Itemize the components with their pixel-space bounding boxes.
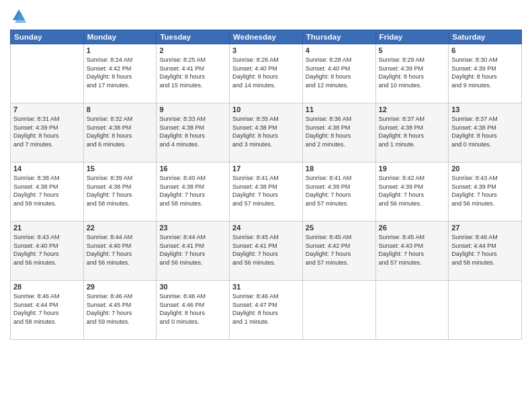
calendar-cell: 15Sunrise: 8:39 AM Sunset: 4:38 PM Dayli… [83, 163, 157, 222]
day-info: Sunrise: 8:41 AM Sunset: 4:38 PM Dayligh… [232, 174, 300, 208]
logo-icon [11, 7, 26, 26]
calendar-cell: 20Sunrise: 8:43 AM Sunset: 4:39 PM Dayli… [449, 163, 522, 222]
weekday-header-monday: Monday [83, 30, 157, 44]
day-number: 7 [13, 105, 81, 113]
day-number: 23 [159, 224, 226, 232]
calendar-cell: 22Sunrise: 8:44 AM Sunset: 4:40 PM Dayli… [83, 222, 157, 281]
day-info: Sunrise: 8:45 AM Sunset: 4:43 PM Dayligh… [379, 233, 446, 267]
calendar-cell: 18Sunrise: 8:41 AM Sunset: 4:39 PM Dayli… [302, 163, 375, 222]
calendar-cell: 25Sunrise: 8:45 AM Sunset: 4:42 PM Dayli… [302, 222, 375, 281]
day-number: 12 [379, 105, 446, 113]
day-number: 1 [87, 46, 154, 54]
day-number: 22 [87, 224, 154, 232]
day-number: 17 [232, 165, 300, 173]
calendar-cell: 24Sunrise: 8:45 AM Sunset: 4:41 PM Dayli… [230, 222, 303, 281]
day-number: 24 [232, 224, 300, 232]
day-number: 28 [13, 283, 81, 291]
day-info: Sunrise: 8:25 AM Sunset: 4:41 PM Dayligh… [159, 56, 226, 89]
day-info: Sunrise: 8:43 AM Sunset: 4:40 PM Dayligh… [13, 233, 81, 267]
weekday-header-tuesday: Tuesday [157, 30, 230, 44]
week-row-3: 14Sunrise: 8:38 AM Sunset: 4:38 PM Dayli… [11, 163, 522, 222]
calendar-cell: 8Sunrise: 8:32 AM Sunset: 4:38 PM Daylig… [83, 103, 157, 163]
calendar-cell [302, 281, 375, 340]
header [10, 7, 522, 26]
weekday-header-saturday: Saturday [449, 30, 522, 44]
day-info: Sunrise: 8:29 AM Sunset: 4:39 PM Dayligh… [379, 56, 446, 89]
day-info: Sunrise: 8:44 AM Sunset: 4:40 PM Dayligh… [87, 233, 154, 267]
weekday-header-wednesday: Wednesday [230, 30, 303, 44]
day-info: Sunrise: 8:31 AM Sunset: 4:39 PM Dayligh… [13, 115, 81, 148]
day-number: 18 [306, 165, 373, 173]
calendar-cell: 2Sunrise: 8:25 AM Sunset: 4:41 PM Daylig… [157, 44, 230, 103]
calendar-cell: 23Sunrise: 8:44 AM Sunset: 4:41 PM Dayli… [157, 222, 230, 281]
day-number: 31 [232, 283, 300, 291]
day-number: 2 [159, 46, 226, 54]
calendar-cell: 9Sunrise: 8:33 AM Sunset: 4:38 PM Daylig… [157, 103, 230, 163]
calendar-cell: 1Sunrise: 8:24 AM Sunset: 4:42 PM Daylig… [83, 44, 157, 103]
calendar-cell: 21Sunrise: 8:43 AM Sunset: 4:40 PM Dayli… [11, 222, 84, 281]
calendar-cell: 31Sunrise: 8:46 AM Sunset: 4:47 PM Dayli… [230, 281, 303, 340]
day-number: 26 [379, 224, 446, 232]
day-info: Sunrise: 8:44 AM Sunset: 4:41 PM Dayligh… [159, 233, 226, 267]
day-info: Sunrise: 8:46 AM Sunset: 4:46 PM Dayligh… [159, 292, 226, 326]
weekday-header-thursday: Thursday [302, 30, 375, 44]
day-number: 19 [379, 165, 446, 173]
day-info: Sunrise: 8:40 AM Sunset: 4:38 PM Dayligh… [159, 174, 226, 208]
day-number: 30 [159, 283, 226, 291]
calendar-cell: 27Sunrise: 8:46 AM Sunset: 4:44 PM Dayli… [449, 222, 522, 281]
day-info: Sunrise: 8:39 AM Sunset: 4:38 PM Dayligh… [87, 174, 154, 208]
calendar-cell: 30Sunrise: 8:46 AM Sunset: 4:46 PM Dayli… [157, 281, 230, 340]
calendar-cell: 3Sunrise: 8:26 AM Sunset: 4:40 PM Daylig… [230, 44, 303, 103]
calendar-cell: 17Sunrise: 8:41 AM Sunset: 4:38 PM Dayli… [230, 163, 303, 222]
day-number: 29 [87, 283, 154, 291]
day-info: Sunrise: 8:43 AM Sunset: 4:39 PM Dayligh… [451, 174, 519, 208]
calendar-cell: 19Sunrise: 8:42 AM Sunset: 4:39 PM Dayli… [375, 163, 449, 222]
day-number: 14 [13, 165, 81, 173]
day-info: Sunrise: 8:26 AM Sunset: 4:40 PM Dayligh… [232, 56, 300, 89]
page: SundayMondayTuesdayWednesdayThursdayFrid… [0, 0, 532, 411]
day-info: Sunrise: 8:46 AM Sunset: 4:44 PM Dayligh… [451, 233, 519, 267]
day-number: 27 [451, 224, 519, 232]
day-info: Sunrise: 8:32 AM Sunset: 4:38 PM Dayligh… [87, 115, 154, 148]
day-info: Sunrise: 8:35 AM Sunset: 4:38 PM Dayligh… [232, 115, 300, 148]
day-info: Sunrise: 8:41 AM Sunset: 4:39 PM Dayligh… [306, 174, 373, 208]
calendar-cell: 11Sunrise: 8:36 AM Sunset: 4:38 PM Dayli… [302, 103, 375, 163]
day-number: 5 [379, 46, 446, 54]
day-number: 8 [87, 105, 154, 113]
day-info: Sunrise: 8:46 AM Sunset: 4:47 PM Dayligh… [232, 292, 300, 326]
calendar-cell: 4Sunrise: 8:28 AM Sunset: 4:40 PM Daylig… [302, 44, 375, 103]
day-number: 10 [232, 105, 300, 113]
day-number: 25 [306, 224, 373, 232]
calendar-cell [449, 281, 522, 340]
day-number: 11 [306, 105, 373, 113]
day-info: Sunrise: 8:33 AM Sunset: 4:38 PM Dayligh… [159, 115, 226, 148]
day-info: Sunrise: 8:46 AM Sunset: 4:44 PM Dayligh… [13, 292, 81, 326]
day-info: Sunrise: 8:38 AM Sunset: 4:38 PM Dayligh… [13, 174, 81, 208]
week-row-1: 1Sunrise: 8:24 AM Sunset: 4:42 PM Daylig… [11, 44, 522, 103]
calendar-cell: 5Sunrise: 8:29 AM Sunset: 4:39 PM Daylig… [375, 44, 449, 103]
day-info: Sunrise: 8:30 AM Sunset: 4:39 PM Dayligh… [451, 56, 519, 89]
calendar-cell: 26Sunrise: 8:45 AM Sunset: 4:43 PM Dayli… [375, 222, 449, 281]
day-number: 9 [159, 105, 226, 113]
day-info: Sunrise: 8:37 AM Sunset: 4:38 PM Dayligh… [451, 115, 519, 148]
logo [10, 7, 28, 26]
weekday-header-row: SundayMondayTuesdayWednesdayThursdayFrid… [11, 30, 522, 44]
calendar-cell: 29Sunrise: 8:46 AM Sunset: 4:45 PM Dayli… [83, 281, 157, 340]
day-number: 3 [232, 46, 300, 54]
week-row-4: 21Sunrise: 8:43 AM Sunset: 4:40 PM Dayli… [11, 222, 522, 281]
day-number: 6 [451, 46, 519, 54]
calendar-cell: 10Sunrise: 8:35 AM Sunset: 4:38 PM Dayli… [230, 103, 303, 163]
day-info: Sunrise: 8:24 AM Sunset: 4:42 PM Dayligh… [87, 56, 154, 89]
day-number: 15 [87, 165, 154, 173]
calendar-table: SundayMondayTuesdayWednesdayThursdayFrid… [10, 30, 522, 340]
day-info: Sunrise: 8:37 AM Sunset: 4:38 PM Dayligh… [379, 115, 446, 148]
calendar-cell: 14Sunrise: 8:38 AM Sunset: 4:38 PM Dayli… [11, 163, 84, 222]
weekday-header-friday: Friday [375, 30, 449, 44]
day-info: Sunrise: 8:46 AM Sunset: 4:45 PM Dayligh… [87, 292, 154, 326]
day-number: 20 [451, 165, 519, 173]
day-number: 21 [13, 224, 81, 232]
day-info: Sunrise: 8:36 AM Sunset: 4:38 PM Dayligh… [306, 115, 373, 148]
week-row-2: 7Sunrise: 8:31 AM Sunset: 4:39 PM Daylig… [11, 103, 522, 163]
calendar-cell: 6Sunrise: 8:30 AM Sunset: 4:39 PM Daylig… [449, 44, 522, 103]
day-number: 16 [159, 165, 226, 173]
